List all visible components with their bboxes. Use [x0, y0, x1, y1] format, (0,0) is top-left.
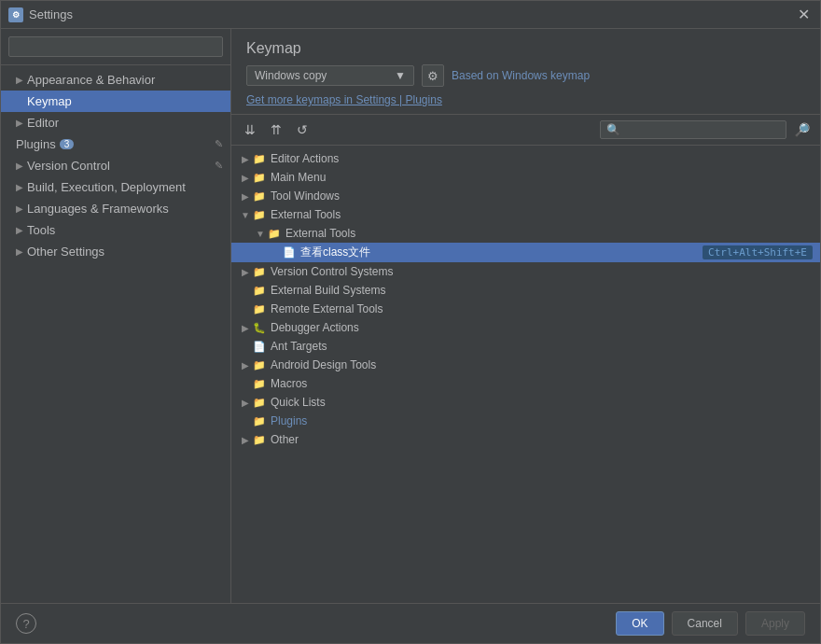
tree-item-editor-actions[interactable]: ▶ 📁 Editor Actions [231, 149, 820, 168]
expand-arrow-icon: ▶ [239, 173, 252, 183]
expand-arrow: ▶ [16, 203, 23, 214]
plugins-badge: 3 [60, 139, 75, 149]
tree-item-label: Ant Targets [271, 340, 327, 353]
tree-item-quick-lists[interactable]: ▶ 📁 Quick Lists [231, 393, 820, 412]
settings-window: ⚙ Settings ✕ ▶ Appearance & Behavior Key… [0, 0, 821, 644]
tree-item-label: Editor Actions [271, 152, 339, 165]
keymap-search-input[interactable] [624, 123, 773, 136]
tree-item-label: 查看class文件 [300, 245, 370, 260]
folder-icon: 📁 [252, 170, 267, 185]
sidebar-item-plugins[interactable]: Plugins 3 ✎ [1, 133, 230, 155]
tree-item-external-build-systems[interactable]: ▶ 📁 External Build Systems [231, 281, 820, 300]
keymap-dropdown[interactable]: Windows copy ▼ [246, 65, 414, 86]
sidebar-item-build-execution[interactable]: ▶ Build, Execution, Deployment [1, 176, 230, 198]
chevron-down-icon: ▼ [395, 69, 406, 82]
expand-arrow-icon: ▶ [239, 267, 252, 277]
shortcut-badge: Ctrl+Alt+Shift+E [703, 245, 813, 259]
keymap-search-box: 🔍 [600, 120, 786, 139]
help-icon: ? [22, 617, 29, 631]
sidebar-item-label: Plugins [16, 137, 56, 151]
tree-item-debugger-actions[interactable]: ▶ 🐛 Debugger Actions [231, 318, 820, 337]
ant-icon: 📄 [252, 339, 267, 354]
gear-icon: ⚙ [427, 69, 438, 83]
tree-item-remote-external-tools[interactable]: ▶ 📁 Remote External Tools [231, 300, 820, 318]
folder-icon: 📁 [267, 226, 282, 241]
sidebar-item-label: Build, Execution, Deployment [27, 180, 186, 194]
tree-item-label: Debugger Actions [271, 321, 359, 334]
close-button[interactable]: ✕ [794, 6, 813, 24]
sidebar-search-container [1, 29, 230, 65]
expand-arrow-icon: ▶ [239, 154, 252, 164]
tree-item-class-file-viewer[interactable]: ▶ 📄 查看class文件 Ctrl+Alt+Shift+E [231, 243, 820, 262]
sidebar-item-other-settings[interactable]: ▶ Other Settings [1, 241, 230, 262]
tree-item-label: Version Control Systems [271, 265, 393, 278]
tree-item-plugins[interactable]: ▶ 📁 Plugins [231, 412, 820, 430]
folder-icon: 📁 [252, 301, 267, 316]
restore-icon: ↺ [297, 122, 308, 137]
tree-item-tool-windows[interactable]: ▶ 📁 Tool Windows [231, 187, 820, 205]
tree-item-label: External Tools [285, 227, 355, 240]
tree-item-external-tools[interactable]: ▼ 📁 External Tools [231, 205, 820, 224]
search-options-button[interactable]: 🔎 [790, 119, 813, 141]
folder-icon: 📁 [252, 264, 267, 279]
sidebar-item-keymap[interactable]: Keymap [1, 91, 230, 112]
keymap-link[interactable]: Get more keymaps in Settings | Plugins [246, 93, 442, 106]
tree-item-external-tools-child[interactable]: ▼ 📁 External Tools [231, 224, 820, 243]
expand-arrow-icon: ▶ [239, 360, 252, 371]
tree-item-version-control-systems[interactable]: ▶ 📁 Version Control Systems [231, 262, 820, 281]
tree-toolbar: ⇊ ⇈ ↺ 🔍 🔎 [231, 115, 820, 146]
expand-arrow: ▶ [16, 118, 23, 128]
sidebar-item-label: Other Settings [27, 245, 104, 259]
sidebar-item-appearance-behavior[interactable]: ▶ Appearance & Behavior [1, 69, 230, 91]
cancel-button[interactable]: Cancel [672, 611, 738, 636]
search-icon: 🔍 [606, 123, 620, 136]
sidebar-item-label: Keymap [27, 94, 72, 108]
folder-icon: 📁 [252, 376, 267, 391]
expand-arrow: ▶ [16, 225, 23, 235]
keymap-header: Keymap Windows copy ▼ ⚙ Based on Windows… [231, 29, 820, 115]
restore-defaults-button[interactable]: ↺ [291, 119, 313, 141]
tree-item-other[interactable]: ▶ 📁 Other [231, 430, 820, 449]
expand-arrow-icon: ▶ [239, 398, 252, 408]
sidebar: ▶ Appearance & Behavior Keymap ▶ Editor … [1, 29, 231, 603]
file-icon: 📄 [282, 245, 297, 260]
sidebar-item-label: Tools [27, 223, 55, 237]
keymap-gear-button[interactable]: ⚙ [422, 64, 444, 87]
expand-all-button[interactable]: ⇊ [239, 119, 261, 141]
sidebar-search-input[interactable] [8, 36, 223, 57]
title-bar: ⚙ Settings ✕ [1, 1, 820, 29]
search-options-icon: 🔎 [794, 122, 810, 137]
expand-arrow: ▶ [16, 182, 23, 192]
apply-button[interactable]: Apply [745, 611, 805, 636]
tree-item-ant-targets[interactable]: ▶ 📄 Ant Targets [231, 337, 820, 356]
tree-item-main-menu[interactable]: ▶ 📁 Main Menu [231, 168, 820, 187]
sidebar-item-version-control[interactable]: ▶ Version Control ✎ [1, 155, 230, 176]
help-button[interactable]: ? [16, 613, 36, 634]
tree-item-android-design-tools[interactable]: ▶ 📁 Android Design Tools [231, 356, 820, 374]
collapse-all-icon: ⇈ [271, 122, 282, 137]
tree-item-label: Quick Lists [271, 396, 326, 409]
sidebar-item-editor[interactable]: ▶ Editor [1, 112, 230, 133]
expand-arrow: ▶ [16, 75, 23, 85]
debugger-icon: 🐛 [252, 320, 267, 335]
sidebar-item-tools[interactable]: ▶ Tools [1, 219, 230, 241]
expand-arrow-icon: ▶ [239, 435, 252, 445]
sidebar-item-languages-frameworks[interactable]: ▶ Languages & Frameworks [1, 198, 230, 219]
folder-icon: 📁 [252, 413, 267, 428]
tree-item-label: Plugins [271, 414, 307, 427]
tree-item-label: Macros [271, 377, 307, 390]
tree-item-macros[interactable]: ▶ 📁 Macros [231, 374, 820, 393]
keymap-controls: Windows copy ▼ ⚙ Based on Windows keymap [246, 64, 805, 87]
expand-arrow: ▶ [16, 161, 23, 171]
keymap-based-on: Based on Windows keymap [452, 69, 590, 82]
sidebar-item-label: Languages & Frameworks [27, 202, 169, 216]
collapse-all-button[interactable]: ⇈ [265, 119, 287, 141]
edit-icon: ✎ [215, 138, 223, 150]
bottom-bar: ? OK Cancel Apply [1, 603, 820, 643]
expand-arrow: ▶ [16, 246, 23, 257]
ok-button[interactable]: OK [616, 611, 663, 636]
right-panel: Keymap Windows copy ▼ ⚙ Based on Windows… [231, 29, 820, 603]
folder-icon: 📁 [252, 395, 267, 410]
folder-icon: 📁 [252, 207, 267, 222]
sidebar-items: ▶ Appearance & Behavior Keymap ▶ Editor … [1, 65, 230, 603]
